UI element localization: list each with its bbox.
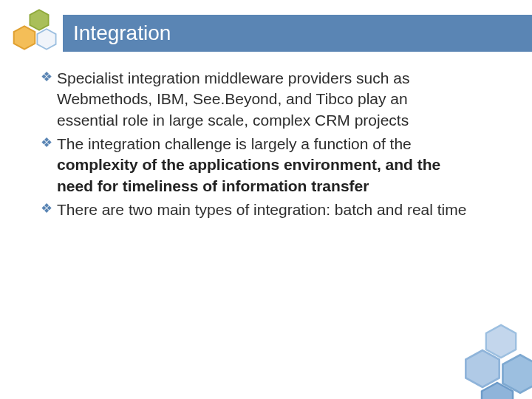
svg-marker-2 (37, 29, 55, 50)
hex-cluster-top-icon (3, 9, 69, 61)
bullet-marker-icon: ❖ (41, 134, 57, 197)
hex-cluster-bottom-icon (436, 318, 532, 399)
slide-body: ❖ Specialist integration middleware prov… (41, 68, 469, 223)
bullet-text: There are two main types of integration:… (57, 200, 469, 220)
bullet-item: ❖ The integration challenge is largely a… (41, 134, 469, 197)
bullet-marker-icon: ❖ (41, 68, 57, 131)
bullet-text: Specialist integration middleware provid… (57, 68, 469, 131)
slide: Integration ❖ Specialist integration mid… (0, 0, 532, 399)
title-bar: Integration (63, 15, 532, 52)
bullet-item: ❖ Specialist integration middleware prov… (41, 68, 469, 131)
svg-marker-1 (14, 26, 35, 49)
bullet-item: ❖ There are two main types of integratio… (41, 200, 469, 220)
svg-marker-6 (482, 383, 513, 399)
bullet-text: The integration challenge is largely a f… (57, 134, 469, 197)
bullet-marker-icon: ❖ (41, 200, 57, 220)
slide-title: Integration (73, 21, 171, 45)
